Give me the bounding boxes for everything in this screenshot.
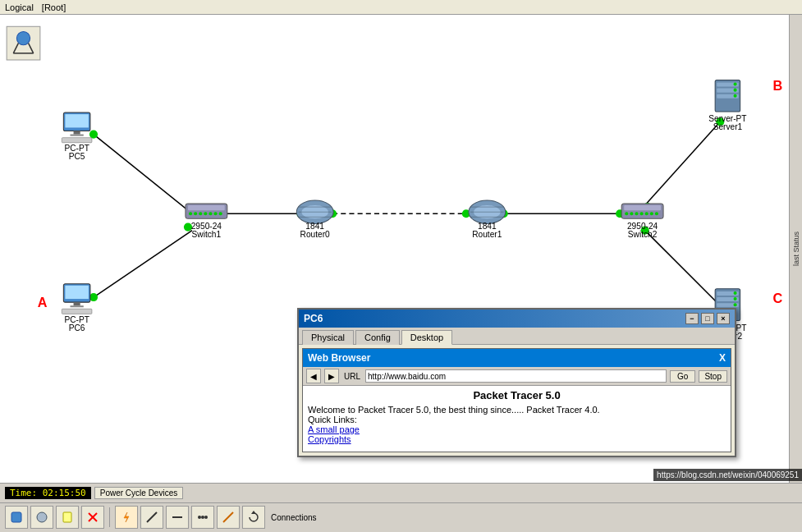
logical-icon[interactable] [7, 26, 40, 60]
svg-point-46 [650, 212, 653, 215]
svg-text:PC5: PC5 [69, 152, 85, 161]
svg-text:Switch1: Switch1 [192, 230, 222, 239]
web-browser-toolbar: ◀ ▶ URL Go Stop [303, 367, 731, 386]
right-panel: last Status [789, 15, 802, 483]
tab-config[interactable]: Config [355, 330, 400, 345]
time-display: Time: 02:15:50 [5, 487, 91, 499]
device-pc6[interactable]: PC-PT PC6 [62, 284, 92, 332]
svg-point-42 [630, 212, 633, 215]
svg-rect-73 [11, 512, 21, 522]
last-status-label: last Status [792, 232, 800, 266]
url-label: URL [344, 372, 360, 381]
svg-point-54 [734, 82, 737, 85]
dialog-title: PC6 [304, 313, 323, 324]
device-pc5[interactable]: PC-PT PC5 [62, 112, 92, 161]
dialog-minimize-btn[interactable]: − [685, 313, 699, 324]
device-server1[interactable]: Server-PT Server1 [708, 80, 746, 131]
url-input[interactable] [365, 369, 667, 383]
web-link-1[interactable]: A small page [308, 424, 726, 434]
lightning-tool-btn[interactable] [115, 506, 138, 529]
note-tool-btn[interactable] [56, 506, 79, 529]
svg-point-22 [219, 212, 222, 215]
svg-marker-78 [124, 512, 129, 522]
dialog-titlebar: PC6 − □ × [299, 310, 735, 328]
tools-bar: Connections [0, 503, 802, 532]
link-switch2-server1 [645, 122, 721, 205]
tab-desktop[interactable]: Desktop [401, 330, 452, 345]
straight-line-tool-btn[interactable] [140, 506, 163, 529]
web-link-2[interactable]: Copyrights [308, 434, 726, 444]
delete-tool-btn[interactable] [81, 506, 104, 529]
dialog-tabs: Physical Config Desktop [299, 328, 735, 345]
svg-point-20 [209, 212, 212, 215]
svg-text:PC6: PC6 [69, 323, 85, 332]
label-C: C [772, 291, 782, 305]
svg-text:Switch2: Switch2 [628, 230, 658, 239]
go-button[interactable]: Go [670, 370, 695, 383]
web-content: Packet Tracer 5.0 Welcome to Packet Trac… [303, 386, 731, 452]
quick-links-label: Quick Links: [308, 415, 726, 424]
device-router0[interactable]: 1841 Router0 [296, 200, 333, 239]
svg-line-79 [147, 512, 157, 522]
svg-point-56 [734, 94, 737, 98]
svg-point-19 [204, 212, 207, 215]
diagonal-line-tool-btn[interactable] [166, 506, 189, 529]
web-content-text: Welcome to Packet Tracer 5.0, the best t… [308, 405, 726, 415]
svg-point-64 [734, 297, 737, 300]
svg-line-84 [223, 512, 233, 522]
svg-point-45 [645, 212, 648, 215]
back-button[interactable]: ◀ [306, 369, 321, 383]
dialog-controls: − □ × [685, 313, 730, 324]
bottom-toolbar: Time: 02:15:50 Power Cycle Devices [0, 483, 802, 532]
svg-point-69 [16, 31, 30, 44]
dialog-close-btn[interactable]: × [717, 313, 730, 324]
svg-text:Router0: Router0 [300, 230, 330, 239]
svg-rect-40 [624, 205, 661, 210]
web-content-title: Packet Tracer 5.0 [308, 389, 726, 401]
connections-label: Connections [271, 513, 317, 522]
svg-point-81 [198, 516, 201, 519]
web-browser-close-btn[interactable]: X [719, 352, 726, 364]
dialog-maximize-btn[interactable]: □ [701, 313, 714, 324]
svg-point-43 [635, 212, 638, 215]
device-switch2[interactable]: 2950-24 Switch2 [621, 204, 663, 239]
svg-marker-85 [251, 511, 256, 514]
svg-rect-1 [65, 114, 88, 127]
device-router1[interactable]: 1841 Router1 [469, 200, 506, 239]
device-switch1[interactable]: 2950-24 Switch1 [186, 204, 227, 239]
label-A: A [38, 295, 48, 310]
move-tool-btn[interactable] [30, 506, 53, 529]
svg-point-44 [640, 212, 644, 215]
dialog-content: Web Browser X ◀ ▶ URL Go Stop Packet Tra… [299, 345, 735, 456]
svg-point-82 [201, 516, 204, 519]
svg-rect-9 [74, 302, 80, 305]
link-switch2-server2 [645, 231, 721, 306]
watermark: https://blog.csdn.net/weixin/040069251 [653, 469, 802, 481]
stop-button[interactable]: Stop [699, 370, 727, 383]
svg-point-65 [734, 303, 737, 306]
link-pc6-switch1 [94, 231, 192, 297]
svg-rect-15 [188, 205, 225, 210]
svg-rect-8 [65, 286, 88, 299]
dotted-line-tool-btn[interactable] [191, 506, 214, 529]
status-bar: Time: 02:15:50 Power Cycle Devices [0, 484, 802, 503]
tab-physical[interactable]: Physical [302, 330, 354, 345]
svg-text:Server1: Server1 [713, 122, 743, 131]
svg-point-55 [734, 89, 737, 92]
svg-point-17 [194, 212, 197, 215]
top-bar: Logical [Root] [0, 0, 802, 15]
forward-button[interactable]: ▶ [324, 369, 339, 383]
svg-point-83 [204, 516, 208, 519]
svg-point-41 [625, 212, 628, 215]
web-browser-container: Web Browser X ◀ ▶ URL Go Stop Packet Tra… [300, 348, 733, 452]
power-cycle-button[interactable]: Power Cycle Devices [94, 487, 183, 499]
rotate-tool-btn[interactable] [242, 506, 265, 529]
label-B: B [772, 78, 782, 93]
svg-rect-10 [70, 305, 83, 307]
select-tool-btn[interactable] [5, 506, 28, 529]
pc6-dialog: PC6 − □ × Physical Config Desktop Web Br… [297, 308, 736, 457]
angled-line-tool-btn[interactable] [217, 506, 240, 529]
logical-tab[interactable]: Logical [5, 2, 34, 12]
svg-point-47 [655, 212, 658, 215]
link-pc5-switch1 [94, 135, 192, 214]
